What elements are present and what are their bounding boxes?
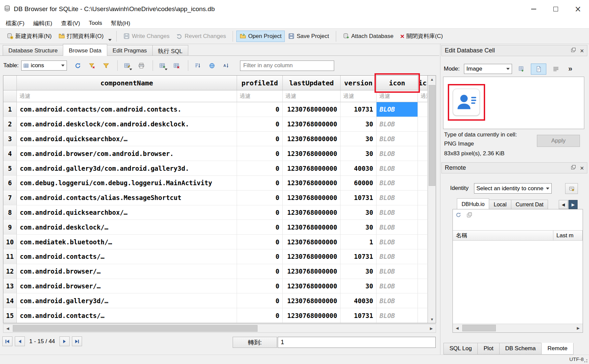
- cell-componentName[interactable]: com.android.deskclock/com.android.deskcl…: [17, 117, 237, 132]
- cell-version[interactable]: 30: [341, 146, 377, 161]
- word-wrap-button[interactable]: [549, 64, 562, 75]
- open-project-button[interactable]: Open Project: [236, 31, 285, 42]
- cell-componentName[interactable]: com.android.quicksearchbox/…: [17, 132, 237, 147]
- cell-componentName[interactable]: com.android.deskclock/…: [17, 220, 237, 235]
- cell-componentName[interactable]: com.android.browser/…: [17, 279, 237, 294]
- cell-profileId[interactable]: 0: [237, 264, 283, 279]
- delete-record-button[interactable]: [170, 60, 183, 71]
- tab-scroll-left-button[interactable]: ◀: [559, 200, 568, 209]
- menu-item[interactable]: Tools: [84, 19, 107, 28]
- cell-ic[interactable]: [418, 161, 428, 176]
- cell-icon[interactable]: BLOB: [377, 205, 418, 220]
- encoding-indicator[interactable]: UTF-8: [570, 356, 584, 362]
- cell-ic[interactable]: [418, 176, 428, 191]
- remote-tab-current-dat[interactable]: Current Dat: [511, 200, 548, 209]
- column-header-profileId[interactable]: profileId: [237, 76, 283, 90]
- cell-ic[interactable]: [418, 249, 428, 264]
- open-database-dropdown-icon[interactable]: [108, 39, 112, 41]
- clear-filters-button[interactable]: [86, 60, 98, 71]
- goto-button[interactable]: 轉到:: [233, 337, 277, 348]
- next-page-button[interactable]: [60, 336, 70, 346]
- vertical-scrollbar-thumb[interactable]: [429, 85, 435, 186]
- cell-lastUpdated[interactable]: 1230768000000: [283, 205, 341, 220]
- revert-changes-button[interactable]: Revert Changes: [173, 31, 229, 42]
- row-number[interactable]: 7: [3, 191, 17, 205]
- cell-componentName[interactable]: com.android.browser/com.android.browser.: [17, 146, 237, 161]
- sort-ascending-button[interactable]: [192, 60, 204, 71]
- cell-profileId[interactable]: 0: [237, 102, 283, 117]
- cell-version[interactable]: 60000: [341, 176, 377, 191]
- cell-profileId[interactable]: 0: [237, 161, 283, 176]
- cell-componentName[interactable]: com.android.contacts/…: [17, 249, 237, 264]
- menu-item[interactable]: 查看(V): [56, 18, 84, 28]
- cell-profileId[interactable]: 0: [237, 279, 283, 294]
- menu-item[interactable]: 編輯(E): [29, 18, 57, 28]
- cell-profileId[interactable]: 0: [237, 176, 283, 191]
- cell-profileId[interactable]: 0: [237, 191, 283, 205]
- tab-edit-pragmas[interactable]: Edit Pragmas: [107, 45, 153, 55]
- column-header-ic[interactable]: ic: [418, 76, 428, 90]
- row-number[interactable]: 15: [3, 308, 17, 323]
- filter-input-lastUpdated[interactable]: 過濾: [283, 90, 341, 102]
- cell-profileId[interactable]: 0: [237, 132, 283, 147]
- menu-item[interactable]: 幫助(H): [107, 18, 135, 28]
- cell-version[interactable]: 10731: [341, 191, 377, 205]
- refresh-table-button[interactable]: [72, 60, 84, 71]
- cell-profileId[interactable]: 0: [237, 220, 283, 235]
- cell-icon[interactable]: BLOB: [377, 220, 418, 235]
- cell-version[interactable]: 30: [341, 205, 377, 220]
- cell-profileId[interactable]: 0: [237, 249, 283, 264]
- cell-icon[interactable]: BLOB: [377, 117, 418, 132]
- filter-input-ic[interactable]: 過濾: [418, 90, 428, 102]
- column-header-lastUpdated[interactable]: lastUpdated: [283, 76, 341, 90]
- cell-icon[interactable]: BLOB: [377, 176, 418, 191]
- cell-icon[interactable]: BLOB: [377, 161, 418, 176]
- scroll-left-icon[interactable]: ◀: [453, 324, 462, 332]
- scroll-up-icon[interactable]: ▲: [428, 76, 436, 83]
- cell-lastUpdated[interactable]: 1230768000000: [283, 191, 341, 205]
- vertical-scrollbar[interactable]: ▲ ▼: [428, 76, 436, 323]
- cell-icon[interactable]: BLOB: [377, 191, 418, 205]
- cell-icon[interactable]: BLOB: [377, 264, 418, 279]
- cell-profileId[interactable]: 0: [237, 293, 283, 308]
- cell-icon[interactable]: BLOB: [377, 308, 418, 323]
- remote-clone-button[interactable]: [467, 212, 472, 219]
- cell-version[interactable]: 1: [341, 235, 377, 249]
- row-number[interactable]: 1: [3, 102, 17, 117]
- cell-profileId[interactable]: 0: [237, 117, 283, 132]
- first-page-button[interactable]: [2, 336, 12, 346]
- cell-ic[interactable]: [418, 293, 428, 308]
- cell-componentName[interactable]: com.android.quicksearchbox/…: [17, 205, 237, 220]
- cell-ic[interactable]: [418, 191, 428, 205]
- cell-componentName[interactable]: com.debug.loggerui/com.debug.loggerui.Ma…: [17, 176, 237, 191]
- scroll-right-icon[interactable]: ▶: [427, 324, 436, 332]
- horizontal-scrollbar[interactable]: ◀ ▶: [3, 324, 436, 333]
- cell-lastUpdated[interactable]: 1230768000000: [283, 102, 341, 117]
- table-select[interactable]: icons: [21, 60, 67, 71]
- dock-tab-sql-log[interactable]: SQL Log: [443, 343, 478, 355]
- scroll-left-icon[interactable]: ◀: [3, 324, 12, 332]
- filter-input-componentName[interactable]: 過濾: [17, 90, 237, 102]
- cell-lastUpdated[interactable]: 1230768000000: [283, 161, 341, 176]
- tab-database-structure[interactable]: Database Structure: [3, 45, 63, 55]
- cell-componentName[interactable]: com.android.contacts/com.android.contact…: [17, 102, 237, 117]
- float-panel-icon[interactable]: [571, 47, 576, 54]
- filter-input-version[interactable]: 過濾: [341, 90, 377, 102]
- cell-componentName[interactable]: com.android.contacts/…: [17, 308, 237, 323]
- cell-icon[interactable]: BLOB: [377, 102, 418, 117]
- cell-lastUpdated[interactable]: 1230768000000: [283, 249, 341, 264]
- tab--sql[interactable]: 執行 SQL: [152, 45, 188, 55]
- cell-icon[interactable]: BLOB: [377, 293, 418, 308]
- remote-scrollbar-thumb[interactable]: [462, 325, 496, 331]
- row-number[interactable]: 3: [3, 132, 17, 147]
- save-view-button[interactable]: [121, 60, 133, 71]
- goto-record-input[interactable]: [278, 337, 436, 348]
- write-changes-button[interactable]: Write Changes: [120, 31, 173, 42]
- cell-icon[interactable]: BLOB: [377, 146, 418, 161]
- global-filter-input[interactable]: [240, 60, 334, 71]
- cell-ic[interactable]: [418, 279, 428, 294]
- dock-tab-db-schema[interactable]: DB Schema: [499, 343, 542, 355]
- cell-profileId[interactable]: 0: [237, 235, 283, 249]
- menu-item[interactable]: 檔案(F): [1, 18, 29, 28]
- cell-version[interactable]: 30: [341, 117, 377, 132]
